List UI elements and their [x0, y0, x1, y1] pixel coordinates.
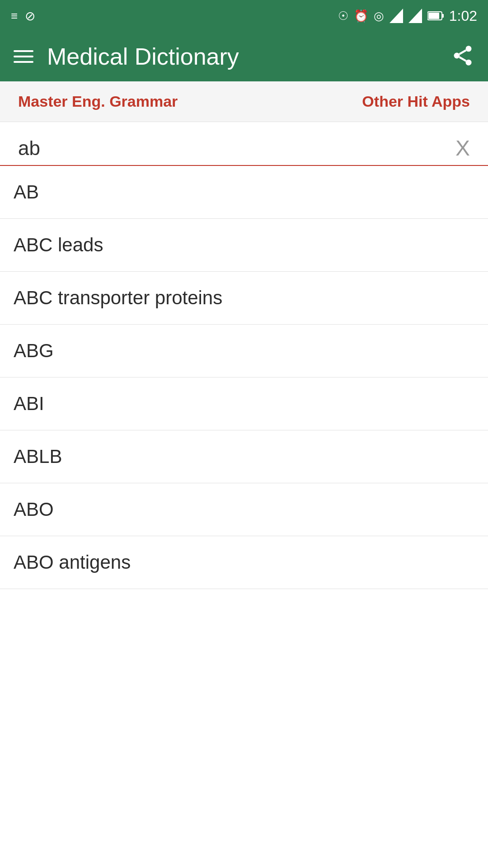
svg-rect-4: [428, 13, 439, 19]
list-item[interactable]: ABI: [0, 377, 488, 430]
status-bar-left-icons: ≡ ⊘: [11, 9, 35, 24]
hamburger-menu-button[interactable]: [14, 50, 33, 63]
ad-link-left[interactable]: Master Eng. Grammar: [18, 93, 178, 110]
list-item[interactable]: ABO: [0, 483, 488, 536]
battery-icon: [427, 11, 444, 21]
vibrate-icon: ☉: [338, 9, 348, 23]
alarm-icon: ⏰: [354, 9, 368, 23]
document-icon: ≡: [11, 9, 18, 23]
list-item-text: ABO antigens: [14, 552, 131, 573]
list-item[interactable]: ABC leads: [0, 219, 488, 272]
signal2-icon: [408, 9, 422, 23]
app-title: Medical Dictionary: [47, 43, 239, 70]
search-area: X: [0, 122, 488, 166]
share-icon: [451, 44, 474, 67]
hotspot-icon: ◎: [374, 9, 384, 23]
svg-line-9: [460, 50, 466, 54]
svg-point-6: [454, 53, 460, 59]
list-item-text: ABLB: [14, 446, 62, 467]
list-item[interactable]: ABO antigens: [0, 536, 488, 589]
svg-point-7: [466, 60, 472, 66]
app-bar: Medical Dictionary: [0, 32, 488, 81]
list-item-text: ABC transporter proteins: [14, 287, 222, 308]
list-item-text: ABG: [14, 340, 54, 361]
hamburger-line-1: [14, 50, 33, 52]
status-bar: ≡ ⊘ ☉ ⏰ ◎ 1:02: [0, 0, 488, 32]
svg-line-8: [460, 57, 466, 61]
status-time: 1:02: [449, 8, 477, 24]
list-item-text: ABC leads: [14, 234, 103, 255]
search-results-list: ABABC leadsABC transporter proteinsABGAB…: [0, 166, 488, 589]
list-item[interactable]: ABLB: [0, 430, 488, 483]
svg-marker-1: [408, 9, 422, 23]
svg-rect-3: [442, 14, 444, 18]
list-item-text: AB: [14, 181, 39, 203]
list-item[interactable]: ABG: [0, 325, 488, 377]
mute-icon: ⊘: [25, 9, 35, 24]
ad-link-right[interactable]: Other Hit Apps: [362, 93, 470, 110]
signal1-icon: [389, 9, 403, 23]
app-bar-left: Medical Dictionary: [14, 43, 239, 70]
list-item-text: ABI: [14, 393, 44, 414]
share-button[interactable]: [451, 44, 474, 69]
status-bar-right-icons: ☉ ⏰ ◎ 1:02: [338, 8, 477, 24]
list-item-text: ABO: [14, 499, 54, 520]
hamburger-line-3: [14, 61, 33, 63]
ad-banner: Master Eng. Grammar Other Hit Apps: [0, 81, 488, 122]
list-item[interactable]: ABC transporter proteins: [0, 272, 488, 325]
list-item[interactable]: AB: [0, 166, 488, 219]
search-clear-button[interactable]: X: [451, 131, 474, 165]
hamburger-line-2: [14, 56, 33, 57]
svg-point-5: [466, 46, 472, 52]
search-input[interactable]: [14, 132, 442, 164]
svg-marker-0: [389, 9, 403, 23]
